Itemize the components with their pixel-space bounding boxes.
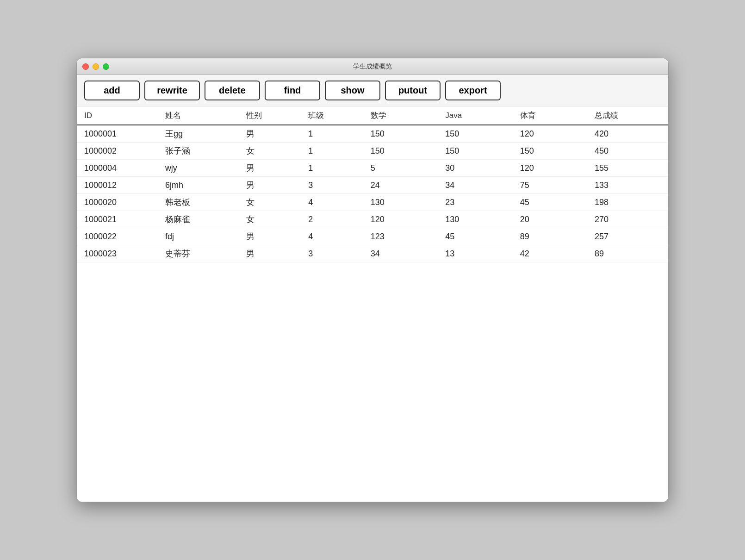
add-button[interactable]: add xyxy=(84,81,140,100)
cell-math: 34 xyxy=(363,245,438,262)
cell-math: 130 xyxy=(363,194,438,211)
cell-java: 23 xyxy=(438,194,512,211)
cell-math: 123 xyxy=(363,228,438,245)
cell-id: 1000001 xyxy=(77,125,158,143)
cell-total: 133 xyxy=(587,177,668,194)
cell-class: 3 xyxy=(301,177,363,194)
app-window: 学生成绩概览 add rewrite delete find show puto… xyxy=(76,58,669,502)
close-button[interactable] xyxy=(82,63,89,70)
cell-id: 1000012 xyxy=(77,177,158,194)
table-row[interactable]: 1000023史蒂芬男334134289 xyxy=(77,245,668,262)
show-button[interactable]: show xyxy=(325,81,380,100)
cell-name: 韩老板 xyxy=(158,194,239,211)
toolbar: add rewrite delete find show putout expo… xyxy=(77,75,668,106)
cell-java: 150 xyxy=(438,143,512,160)
cell-math: 5 xyxy=(363,160,438,177)
title-bar: 学生成绩概览 xyxy=(77,58,668,75)
cell-math: 150 xyxy=(363,125,438,143)
table-row[interactable]: 1000002张子涵女1150150150450 xyxy=(77,143,668,160)
cell-total: 420 xyxy=(587,125,668,143)
cell-math: 120 xyxy=(363,211,438,228)
table-row[interactable]: 1000022fdj男41234589257 xyxy=(77,228,668,245)
cell-java: 150 xyxy=(438,125,512,143)
window-title: 学生成绩概览 xyxy=(353,62,392,71)
cell-name: 史蒂芬 xyxy=(158,245,239,262)
cell-id: 1000022 xyxy=(77,228,158,245)
table-row[interactable]: 1000021杨麻雀女212013020270 xyxy=(77,211,668,228)
traffic-lights xyxy=(82,63,109,70)
col-header-id: ID xyxy=(77,106,158,125)
cell-class: 1 xyxy=(301,160,363,177)
cell-java: 13 xyxy=(438,245,512,262)
cell-gender: 男 xyxy=(239,228,301,245)
cell-name: fdj xyxy=(158,228,239,245)
col-header-name: 姓名 xyxy=(158,106,239,125)
cell-total: 155 xyxy=(587,160,668,177)
table-row[interactable]: 1000020韩老板女41302345198 xyxy=(77,194,668,211)
find-button[interactable]: find xyxy=(265,81,320,100)
cell-class: 4 xyxy=(301,228,363,245)
cell-math: 24 xyxy=(363,177,438,194)
cell-java: 34 xyxy=(438,177,512,194)
cell-total: 198 xyxy=(587,194,668,211)
cell-pe: 120 xyxy=(513,160,587,177)
cell-name: wjy xyxy=(158,160,239,177)
export-button[interactable]: export xyxy=(445,81,501,100)
cell-id: 1000020 xyxy=(77,194,158,211)
col-header-gender: 性别 xyxy=(239,106,301,125)
putout-button[interactable]: putout xyxy=(385,81,441,100)
table-header: ID 姓名 性别 班级 数学 Java 体育 总成绩 xyxy=(77,106,668,125)
cell-java: 30 xyxy=(438,160,512,177)
cell-class: 2 xyxy=(301,211,363,228)
cell-id: 1000002 xyxy=(77,143,158,160)
table-body: 1000001王gg男11501501204201000002张子涵女11501… xyxy=(77,125,668,262)
cell-gender: 男 xyxy=(239,177,301,194)
col-header-pe: 体育 xyxy=(513,106,587,125)
cell-class: 4 xyxy=(301,194,363,211)
maximize-button[interactable] xyxy=(103,63,109,70)
cell-total: 257 xyxy=(587,228,668,245)
cell-name: 王gg xyxy=(158,125,239,143)
cell-gender: 男 xyxy=(239,160,301,177)
delete-button[interactable]: delete xyxy=(205,81,260,100)
table-row[interactable]: 10000126jmh男3243475133 xyxy=(77,177,668,194)
cell-pe: 75 xyxy=(513,177,587,194)
cell-id: 1000004 xyxy=(77,160,158,177)
cell-total: 270 xyxy=(587,211,668,228)
col-header-java: Java xyxy=(438,106,512,125)
col-header-total: 总成绩 xyxy=(587,106,668,125)
minimize-button[interactable] xyxy=(93,63,99,70)
rewrite-button[interactable]: rewrite xyxy=(144,81,200,100)
cell-gender: 女 xyxy=(239,211,301,228)
cell-class: 3 xyxy=(301,245,363,262)
cell-id: 1000021 xyxy=(77,211,158,228)
cell-name: 张子涵 xyxy=(158,143,239,160)
cell-total: 450 xyxy=(587,143,668,160)
col-header-math: 数学 xyxy=(363,106,438,125)
col-header-class: 班级 xyxy=(301,106,363,125)
cell-pe: 120 xyxy=(513,125,587,143)
cell-pe: 20 xyxy=(513,211,587,228)
cell-id: 1000023 xyxy=(77,245,158,262)
cell-class: 1 xyxy=(301,143,363,160)
cell-name: 6jmh xyxy=(158,177,239,194)
cell-gender: 女 xyxy=(239,143,301,160)
student-table: ID 姓名 性别 班级 数学 Java 体育 总成绩 1000001王gg男11… xyxy=(77,106,668,262)
cell-math: 150 xyxy=(363,143,438,160)
table-row[interactable]: 1000004wjy男1530120155 xyxy=(77,160,668,177)
cell-pe: 45 xyxy=(513,194,587,211)
cell-pe: 42 xyxy=(513,245,587,262)
cell-pe: 89 xyxy=(513,228,587,245)
cell-total: 89 xyxy=(587,245,668,262)
cell-java: 130 xyxy=(438,211,512,228)
table-row[interactable]: 1000001王gg男1150150120420 xyxy=(77,125,668,143)
cell-java: 45 xyxy=(438,228,512,245)
cell-class: 1 xyxy=(301,125,363,143)
cell-gender: 男 xyxy=(239,245,301,262)
cell-pe: 150 xyxy=(513,143,587,160)
cell-gender: 男 xyxy=(239,125,301,143)
table-container: ID 姓名 性别 班级 数学 Java 体育 总成绩 1000001王gg男11… xyxy=(77,106,668,502)
cell-name: 杨麻雀 xyxy=(158,211,239,228)
cell-gender: 女 xyxy=(239,194,301,211)
